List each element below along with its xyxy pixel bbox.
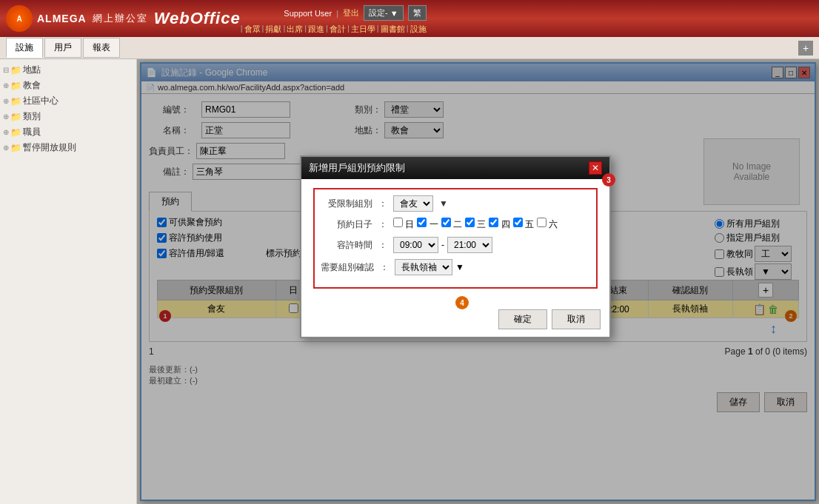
modal-days-label: 預約日子: [321, 218, 372, 231]
staff-label: 職員: [23, 126, 41, 138]
modal-confirm-label: 需要組別確認: [321, 261, 374, 274]
content-area: 📄 設施記錄 - Google Chrome _ □ ✕ 📄 編號：: [137, 59, 819, 504]
modal-confirm-btn[interactable]: 確定: [498, 309, 547, 329]
modal-body: 3 受限制組別 ： 會友 ▼: [301, 179, 609, 303]
tab-users[interactable]: 用戶: [44, 38, 81, 58]
sidebar-item-community[interactable]: ⊕ 📁 社區中心: [3, 93, 133, 109]
nav-links: | 會眾 | 捐獻 | 出席 | 跟進 | 會計 | 主日學 | 圖書館 | 設…: [241, 24, 427, 35]
modal-group-select[interactable]: 會友: [393, 195, 433, 212]
modal-confirm-row: 需要組別確認 ： 長執領袖 ▼: [321, 259, 590, 275]
lang-button[interactable]: 繁: [408, 5, 427, 21]
logo-circle: A: [6, 5, 33, 32]
logo-almega: ALMEGA: [37, 13, 87, 24]
badge-3: 3: [602, 173, 615, 187]
church-label: 教會: [23, 79, 41, 92]
community-label: 社區中心: [23, 95, 58, 107]
nav-followup[interactable]: 跟進: [308, 24, 324, 35]
top-right-section: Support User | 登出 設定- ▼ 繁 | 會眾 | 捐獻 | 出席…: [241, 0, 427, 38]
folder-icon: 📁: [10, 65, 21, 75]
folder-icon-5: 📁: [10, 127, 21, 138]
expand-icon-4: ⊕: [3, 112, 9, 121]
location-label: 地點: [23, 64, 41, 76]
sidebar-item-location[interactable]: ⊟ 📁 地點: [3, 62, 133, 78]
modal-form-box: 受限制組別 ： 會友 ▼ 預約日子 ： 日: [313, 188, 598, 289]
modal-time-row: 容許時間 ： 09:00 - 21:00: [321, 237, 590, 253]
modal-time-label: 容許時間: [321, 239, 372, 252]
modal-days-row: 預約日子 ： 日 一 二 三 四 五 六: [321, 218, 590, 231]
modal-footer: 4 確定 取消: [301, 303, 609, 337]
modal-title: 新增用戶組別預約限制: [309, 161, 405, 175]
badge-4: 4: [455, 296, 469, 309]
category-label: 類別: [23, 110, 41, 123]
logo-area: A ALMEGA 網上辦公室 WebOffice: [6, 5, 241, 32]
nav-attendance[interactable]: 出席: [287, 24, 303, 35]
support-label: Support User: [284, 9, 332, 18]
logo-chinese: 網上辦公室: [93, 12, 148, 25]
expand-icon-6: ⊕: [3, 144, 9, 152]
tab-facility[interactable]: 設施: [6, 38, 43, 58]
nav-sunday[interactable]: 主日學: [351, 24, 375, 35]
nav-accounting[interactable]: 會計: [330, 24, 346, 35]
sidebar-tree: ⊟ 📁 地點 ⊕ 📁 教會 ⊕ 📁 社區中心: [3, 62, 133, 155]
modal-close-btn[interactable]: ✕: [589, 161, 602, 175]
modal-overlay: 新增用戶組別預約限制 ✕ 3 受限制組別 ： 會友: [137, 59, 819, 504]
add-button[interactable]: +: [798, 41, 813, 56]
days-checkboxes: 日 一 二 三 四 五 六: [393, 218, 558, 231]
modal-confirm-select[interactable]: 長執領袖: [395, 259, 452, 275]
modal-group-row: 受限制組別 ： 會友 ▼: [321, 195, 590, 212]
nav-meeting[interactable]: 會眾: [244, 24, 261, 35]
modal-cancel-btn[interactable]: 取消: [552, 309, 601, 329]
sidebar-item-suspend[interactable]: ⊕ 📁 暫停開放規則: [3, 140, 133, 155]
nav-library[interactable]: 圖書館: [381, 24, 405, 35]
main-layout: ⊟ 📁 地點 ⊕ 📁 教會 ⊕ 📁 社區中心: [0, 59, 819, 504]
modal-dialog: 新增用戶組別預約限制 ✕ 3 受限制組別 ： 會友: [300, 155, 611, 338]
top-bar: A ALMEGA 網上辦公室 WebOffice Support User | …: [0, 0, 819, 37]
sidebar-item-staff[interactable]: ⊕ 📁 職員: [3, 124, 133, 140]
modal-group-label: 受限制組別: [321, 198, 372, 210]
expand-icon: ⊟: [3, 66, 9, 74]
modal-title-bar: 新增用戶組別預約限制 ✕: [301, 157, 609, 179]
folder-icon-6: 📁: [10, 143, 21, 153]
folder-icon-2: 📁: [10, 81, 21, 91]
tab-report[interactable]: 報表: [83, 38, 120, 58]
sidebar-item-category[interactable]: ⊕ 📁 類別: [3, 109, 133, 124]
time-group: 09:00 - 21:00: [393, 237, 492, 253]
support-row: Support User | 登出 設定- ▼ 繁: [284, 2, 426, 21]
folder-icon-4: 📁: [10, 112, 21, 122]
expand-icon-2: ⊕: [3, 81, 9, 90]
folder-icon-3: 📁: [10, 96, 21, 107]
nav-facility[interactable]: 設施: [410, 24, 427, 35]
suspend-label: 暫停開放規則: [23, 141, 76, 154]
settings-button[interactable]: 設定- ▼: [364, 5, 404, 21]
logout-link[interactable]: 登出: [343, 7, 359, 19]
time-end-select[interactable]: 21:00: [447, 237, 492, 253]
logo-weboffice: WebOffice: [154, 9, 241, 28]
nav-donate[interactable]: 捐獻: [265, 24, 281, 35]
expand-icon-3: ⊕: [3, 97, 9, 105]
sidebar-item-church[interactable]: ⊕ 📁 教會: [3, 78, 133, 93]
nav-bar: 設施 用戶 報表 +: [0, 37, 819, 59]
sidebar: ⊟ 📁 地點 ⊕ 📁 教會 ⊕ 📁 社區中心: [0, 59, 137, 504]
time-start-select[interactable]: 09:00: [393, 237, 438, 253]
expand-icon-5: ⊕: [3, 128, 9, 136]
